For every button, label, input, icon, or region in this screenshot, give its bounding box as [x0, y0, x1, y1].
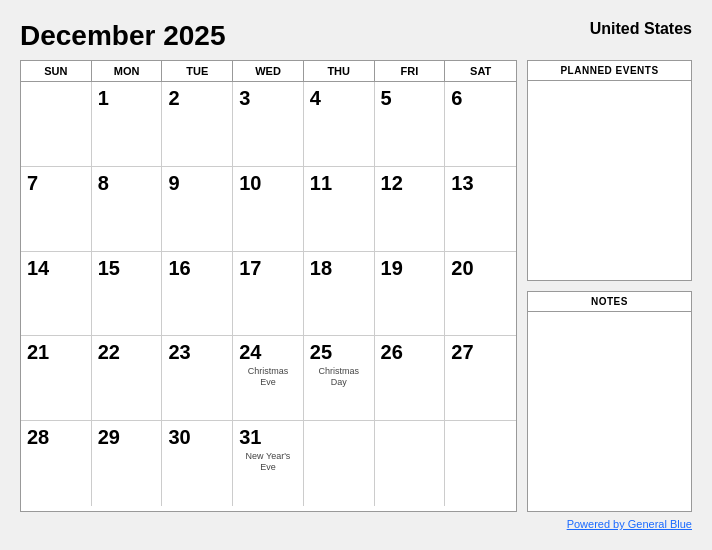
table-row: 10 [233, 167, 304, 252]
table-row: 22 [92, 336, 163, 421]
table-row: 1 [92, 82, 163, 167]
table-row: 2 [162, 82, 233, 167]
right-section: PLANNED EVENTS NOTES [527, 60, 692, 512]
month-year-title: December 2025 [20, 20, 225, 52]
table-row: 3 [233, 82, 304, 167]
table-row: 27 [445, 336, 516, 421]
table-row: 25 Christmas Day [304, 336, 375, 421]
day-header-sat: SAT [445, 61, 516, 81]
table-row: 20 [445, 252, 516, 337]
main-content: SUN MON TUE WED THU FRI SAT 1 2 3 4 5 6 … [20, 60, 692, 512]
table-row: 9 [162, 167, 233, 252]
country-title: United States [590, 20, 692, 38]
calendar-section: SUN MON TUE WED THU FRI SAT 1 2 3 4 5 6 … [20, 60, 517, 512]
planned-events-header: PLANNED EVENTS [528, 61, 691, 81]
table-row: 11 [304, 167, 375, 252]
planned-events-box: PLANNED EVENTS [527, 60, 692, 281]
table-row: 5 [375, 82, 446, 167]
calendar-grid: 1 2 3 4 5 6 7 8 9 10 11 12 13 14 15 16 1… [21, 82, 516, 506]
table-row [21, 82, 92, 167]
christmas-day-label: Christmas Day [310, 366, 368, 388]
day-header-wed: WED [233, 61, 304, 81]
day-header-tue: TUE [162, 61, 233, 81]
table-row: 4 [304, 82, 375, 167]
table-row: 26 [375, 336, 446, 421]
table-row [375, 421, 446, 506]
table-row: 14 [21, 252, 92, 337]
table-row [445, 421, 516, 506]
table-row: 19 [375, 252, 446, 337]
day-header-mon: MON [92, 61, 163, 81]
new-years-eve-label: New Year'sEve [239, 451, 297, 473]
christmas-eve-label: Christmas Eve [239, 366, 297, 388]
table-row: 28 [21, 421, 92, 506]
table-row: 29 [92, 421, 163, 506]
table-row: 16 [162, 252, 233, 337]
table-row: 18 [304, 252, 375, 337]
table-row: 12 [375, 167, 446, 252]
table-row: 21 [21, 336, 92, 421]
table-row: 30 [162, 421, 233, 506]
footer: Powered by General Blue [20, 518, 692, 530]
notes-box: NOTES [527, 291, 692, 512]
table-row: 13 [445, 167, 516, 252]
table-row: 17 [233, 252, 304, 337]
table-row: 8 [92, 167, 163, 252]
table-row: 24 Christmas Eve [233, 336, 304, 421]
day-header-thu: THU [304, 61, 375, 81]
day-headers-row: SUN MON TUE WED THU FRI SAT [21, 61, 516, 82]
table-row: 23 [162, 336, 233, 421]
powered-by-link[interactable]: Powered by General Blue [567, 518, 692, 530]
notes-header: NOTES [528, 292, 691, 312]
table-row: 6 [445, 82, 516, 167]
table-row: 31 New Year'sEve [233, 421, 304, 506]
day-header-fri: FRI [375, 61, 446, 81]
table-row [304, 421, 375, 506]
table-row: 15 [92, 252, 163, 337]
table-row: 7 [21, 167, 92, 252]
day-header-sun: SUN [21, 61, 92, 81]
